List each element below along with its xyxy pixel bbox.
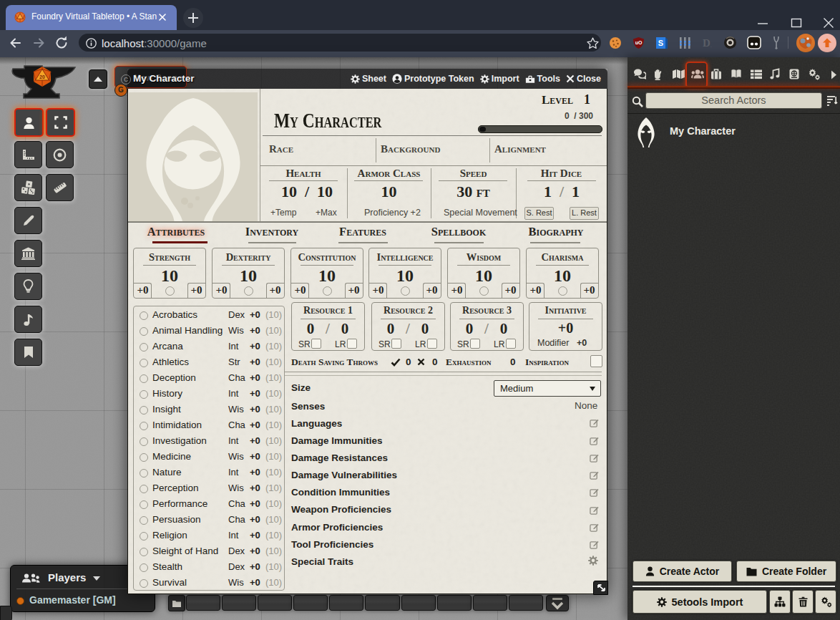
svg-text:S: S [658, 39, 663, 47]
svg-text:uO: uO [635, 40, 643, 45]
svg-text:20: 20 [39, 74, 45, 79]
svg-text:.: . [710, 43, 712, 49]
svg-text:D: D [703, 37, 710, 49]
